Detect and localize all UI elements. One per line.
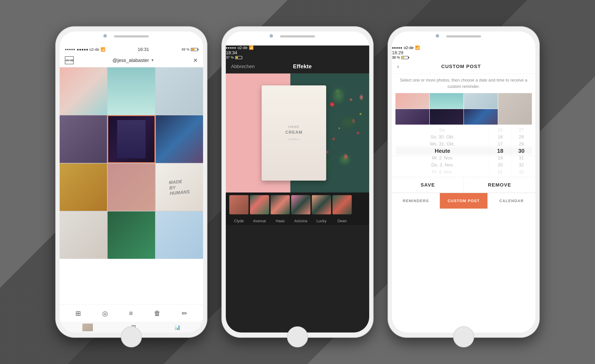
- mini-cell-6[interactable]: [430, 109, 464, 125]
- bottom-toolbar: ⊞ ◎ ≡ 🗑 ✏: [60, 305, 203, 322]
- picker-day-today: Heute: [396, 147, 489, 154]
- filter-label-lucky: Lucky: [312, 219, 331, 223]
- cancel-button[interactable]: Abbrechen: [231, 64, 255, 69]
- unum-logo[interactable]: UNUM: [65, 56, 74, 64]
- adjust-icon[interactable]: ≡: [129, 310, 133, 317]
- filter-haas[interactable]: [270, 195, 290, 214]
- grid-cell-4[interactable]: [60, 115, 107, 163]
- filter-label-dean: Dean: [333, 219, 352, 223]
- chart-icon[interactable]: 📊: [174, 324, 180, 330]
- mini-cell-4[interactable]: [498, 93, 532, 125]
- picker-day-row-6: Fr. 4. Nov.: [396, 168, 489, 175]
- grid-cell-10[interactable]: [60, 211, 107, 259]
- filter-label-arizona: Arizona: [291, 219, 311, 223]
- picker-hour-selected: 18: [490, 147, 511, 154]
- signal-icon-3: ●●●●●: [392, 46, 402, 50]
- tab-calendar[interactable]: CALENDAR: [488, 193, 535, 209]
- signal-icon: ●●●●●: [65, 48, 75, 51]
- battery-pct-2: 37 %: [226, 56, 234, 59]
- instagram-icon[interactable]: ◎: [102, 310, 108, 317]
- filter-avenue[interactable]: [250, 195, 269, 214]
- picker-day-row-4: Mi. 2. Nov.: [396, 154, 489, 161]
- picker-day-row-1: So. 30. Okt.: [396, 133, 489, 140]
- wifi-icon: 📶: [100, 47, 105, 52]
- main-image: HAND CREAM SUNPALA: [226, 73, 369, 193]
- close-button[interactable]: ✕: [193, 57, 198, 64]
- grid-cell-9[interactable]: MADEBYHUMANS: [156, 164, 203, 211]
- picker-hour-1: 16: [490, 133, 511, 140]
- grid-cell-3[interactable]: [156, 67, 203, 115]
- time-display-1: 16:31: [138, 47, 149, 52]
- picker-hour-2: 17: [490, 140, 511, 147]
- grid-cell-7[interactable]: [60, 164, 107, 211]
- day-picker-col[interactable]: Sa. So. 30. Okt. Mo. 31. Okt. Heute Mi. …: [396, 126, 489, 175]
- picker-min-selected: 30: [511, 147, 532, 154]
- filter-lucky[interactable]: [312, 195, 331, 214]
- mini-cell-2[interactable]: [430, 93, 464, 109]
- nav-bar-3: ‹ CUSTOM POST: [392, 59, 535, 73]
- time-display-2: 18:34: [226, 50, 237, 55]
- date-time-picker[interactable]: Sa. So. 30. Okt. Mo. 31. Okt. Heute Mi. …: [392, 126, 535, 175]
- carrier-label-3: o2-de: [404, 45, 413, 50]
- instruction-text: Select one or more photos, then choose a…: [392, 73, 535, 93]
- minute-picker-col[interactable]: 27 28 29 30 31 32 32: [511, 126, 532, 175]
- tab-bar: REMINDERS CUSTOM POST CALENDAR: [392, 193, 535, 209]
- hour-picker-col[interactable]: 15 16 17 18 19 20 21: [490, 126, 511, 175]
- filter-dean[interactable]: [333, 195, 352, 214]
- remove-button[interactable]: REMOVE: [464, 177, 536, 193]
- status-bar-1: ●●●●● ●●●●● o2-de 📶 16:31 49 %: [60, 45, 203, 53]
- mini-photo-grid: [396, 93, 532, 125]
- delete-icon[interactable]: 🗑: [154, 310, 161, 317]
- grid-cell-1[interactable]: [60, 67, 107, 115]
- preview-thumb-1[interactable]: [82, 324, 93, 331]
- picker-min-4: 31: [511, 154, 532, 161]
- picker-min-6: 32: [511, 168, 532, 175]
- grid-cell-5-selected[interactable]: [107, 115, 155, 163]
- picker-day-row-0: Sa.: [396, 126, 489, 133]
- tab-reminders[interactable]: REMINDERS: [392, 193, 440, 209]
- picker-hour-6: 21: [490, 168, 511, 175]
- picker-hour-5: 20: [490, 161, 511, 168]
- home-button-3[interactable]: [453, 326, 474, 347]
- nav-bar-2: Abbrechen Effekte: [226, 59, 369, 73]
- carrier-label: ●●●●● o2-de: [77, 47, 99, 52]
- edit-icon[interactable]: ✏: [182, 310, 187, 317]
- battery-icon-2: [235, 56, 242, 59]
- filter-label-clyde: Clyde: [229, 219, 248, 223]
- mini-cell-3[interactable]: [464, 93, 498, 109]
- grid-cell-2[interactable]: [107, 67, 155, 115]
- username-label: @jess_alabaster: [113, 57, 149, 63]
- photo-grid: MADEBYHUMANS: [60, 67, 203, 259]
- filter-labels: Clyde Avenue Haas Arizona Lucky Dean: [226, 217, 369, 225]
- home-button-2[interactable]: [287, 326, 308, 347]
- battery-pct-1: 49 %: [181, 47, 189, 51]
- picker-day-row-2: Mo. 31. Okt.: [396, 140, 489, 147]
- picker-day-row-5: Do. 3. Nov.: [396, 161, 489, 168]
- phone-1: ●●●●● ●●●●● o2-de 📶 16:31 49 % UNUM: [55, 26, 207, 338]
- nav-bar-1: UNUM @jess_alabaster ▼ ✕: [60, 53, 203, 67]
- grid-cell-11[interactable]: [107, 211, 155, 259]
- screen-title-3: CUSTOM POST: [441, 64, 481, 69]
- grid-view-icon[interactable]: ⊞: [75, 310, 81, 317]
- picker-min-1: 28: [511, 133, 532, 140]
- wifi-icon-3: 📶: [415, 45, 420, 50]
- carrier-label-2: o2-de: [238, 45, 247, 50]
- signal-icon-2: ●●●●●: [226, 46, 236, 50]
- wifi-icon-2: 📶: [249, 45, 254, 50]
- picker-hour-0: 15: [490, 126, 511, 133]
- mini-cell-5[interactable]: [396, 109, 429, 125]
- filter-clyde[interactable]: [229, 195, 248, 214]
- username-button[interactable]: @jess_alabaster ▼: [113, 57, 154, 63]
- filter-arizona[interactable]: [291, 195, 311, 214]
- tab-custom-post[interactable]: CUSTOM POST: [440, 193, 488, 209]
- grid-cell-12[interactable]: [156, 211, 203, 259]
- mini-cell-1[interactable]: [396, 93, 429, 109]
- save-remove-bar: SAVE REMOVE: [392, 177, 535, 193]
- home-button-1[interactable]: [121, 326, 142, 347]
- phone-2: ●●●●● o2-de 📶 18:34 37 % Abbrechen Effek…: [221, 26, 374, 338]
- save-button[interactable]: SAVE: [392, 177, 464, 193]
- grid-cell-8[interactable]: [107, 164, 155, 211]
- mini-cell-7[interactable]: [464, 109, 498, 125]
- back-button[interactable]: ‹: [397, 63, 399, 70]
- grid-cell-6[interactable]: [156, 115, 203, 163]
